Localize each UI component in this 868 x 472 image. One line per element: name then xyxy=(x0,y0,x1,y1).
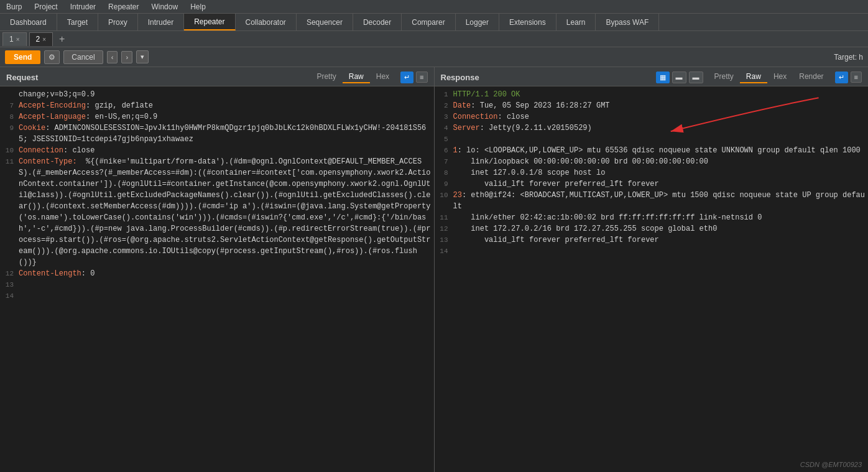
line-text: Connection: close xyxy=(453,111,869,123)
line-text: 23: eth0@if24: <BROADCAST,MULTICAST,UP,L… xyxy=(453,190,869,212)
line-number: 7 xyxy=(0,100,19,111)
line-number: 8 xyxy=(435,167,453,178)
tab-collaborator[interactable]: Collaborator xyxy=(236,14,297,30)
response-line: 11 link/ether 02:42:ac:1b:00:02 brd ff:f… xyxy=(435,212,869,223)
add-tab-button[interactable]: + xyxy=(55,34,68,45)
line-text: Content-Length: 0 xyxy=(19,268,434,279)
tab-target[interactable]: Target xyxy=(57,14,98,30)
next-button[interactable]: › xyxy=(121,51,132,63)
gear-button[interactable]: ⚙ xyxy=(44,50,60,64)
instance-tab-2-label: 2 xyxy=(36,35,40,44)
response-code-area[interactable]: 1HTTP/1.1 200 OK2Date: Tue, 05 Sep 2023 … xyxy=(435,86,869,472)
line-text: Accept-Encoding: gzip, deflate xyxy=(19,100,434,111)
response-tab-pretty[interactable]: Pretty xyxy=(708,71,740,83)
request-wrap-btn[interactable]: ↵ xyxy=(400,72,413,83)
instance-tab-1[interactable]: 1 × xyxy=(2,32,27,46)
menu-bar: Burp Project Intruder Repeater Window He… xyxy=(0,0,868,14)
line-text: Cookie: ADMINCONSOLESESSION=JpvJk11hy0HW… xyxy=(19,123,434,145)
request-tab-pretty[interactable]: Pretty xyxy=(310,71,342,83)
tab-logger[interactable]: Logger xyxy=(456,14,499,30)
tab-intruder[interactable]: Intruder xyxy=(138,14,184,30)
request-line: 7Accept-Encoding: gzip, deflate xyxy=(0,100,434,111)
tab-comparer[interactable]: Comparer xyxy=(402,14,455,30)
line-text: link/ether 02:42:ac:1b:00:02 brd ff:ff:f… xyxy=(453,212,869,223)
response-grid-btn[interactable]: ▦ xyxy=(656,72,670,83)
line-number xyxy=(0,89,19,90)
tab-bar: Dashboard Target Proxy Intruder Repeater… xyxy=(0,14,868,31)
line-text: inet 172.27.0.2/16 brd 172.27.255.255 sc… xyxy=(453,223,869,234)
response-line: 9 valid_lft forever preferred_lft foreve… xyxy=(435,178,869,190)
menu-intruder[interactable]: Intruder xyxy=(64,1,102,12)
request-line: 12Content-Length: 0 xyxy=(0,268,434,279)
response-panel-header: Response ▦ ▬ ▬ Pretty Raw Hex Render ↵ ≡ xyxy=(435,67,869,86)
response-line: 13 valid_lft forever preferred_lft forev… xyxy=(435,234,869,246)
response-wrap-btn[interactable]: ↵ xyxy=(835,72,848,83)
request-line: 11Content-Type: %{(#nike='multipart/form… xyxy=(0,156,434,268)
tab-dashboard[interactable]: Dashboard xyxy=(0,14,57,30)
prev-button[interactable]: ‹ xyxy=(107,51,118,63)
line-text: change;v=b3;q=0.9 xyxy=(19,89,434,100)
instance-tab-1-close[interactable]: × xyxy=(16,36,20,43)
line-text: Date: Tue, 05 Sep 2023 16:28:27 GMT xyxy=(453,100,869,111)
line-text: 1: lo: <LOOPBACK,UP,LOWER_UP> mtu 65536 … xyxy=(453,145,869,156)
menu-window[interactable]: Window xyxy=(145,1,184,12)
send-button[interactable]: Send xyxy=(5,50,40,64)
line-text: inet 127.0.0.1/8 scope host lo xyxy=(453,167,869,178)
tab-repeater[interactable]: Repeater xyxy=(184,14,235,30)
line-text: HTTP/1.1 200 OK xyxy=(453,89,869,100)
line-number: 14 xyxy=(0,290,19,302)
line-text: valid_lft forever preferred_lft forever xyxy=(453,178,869,190)
main-content: Request Pretty Raw Hex ↵ ≡ change;v=b3;q… xyxy=(0,67,868,472)
line-text: Accept-Language: en-US,en;q=0.9 xyxy=(19,111,434,123)
response-col2-btn[interactable]: ▬ xyxy=(689,72,703,83)
watermark: CSDN @EMT00923 xyxy=(800,461,862,468)
response-tab-render[interactable]: Render xyxy=(793,71,829,83)
instance-tab-2-close[interactable]: × xyxy=(42,36,46,43)
tab-decoder[interactable]: Decoder xyxy=(353,14,402,30)
line-number: 11 xyxy=(435,212,453,223)
tab-sequencer[interactable]: Sequencer xyxy=(297,14,353,30)
line-text: Connection: close xyxy=(19,145,434,156)
response-sub-tabs: Pretty Raw Hex Render xyxy=(708,71,830,83)
menu-burp[interactable]: Burp xyxy=(0,1,28,12)
response-line: 14 xyxy=(435,246,869,257)
line-number: 7 xyxy=(435,156,453,167)
line-text: valid_lft forever preferred_lft forever xyxy=(453,234,869,246)
line-number: 14 xyxy=(435,246,453,257)
response-panel-toolbar: ↵ ≡ xyxy=(835,72,862,83)
request-lines-btn[interactable]: ≡ xyxy=(416,72,427,83)
tab-proxy[interactable]: Proxy xyxy=(98,14,138,30)
nav-down-button[interactable]: ▾ xyxy=(136,50,149,63)
response-col-btn[interactable]: ▬ xyxy=(672,72,686,83)
line-number: 3 xyxy=(435,111,453,123)
request-code-area[interactable]: change;v=b3;q=0.97Accept-Encoding: gzip,… xyxy=(0,86,434,472)
cancel-button[interactable]: Cancel xyxy=(63,50,103,64)
tab-extensions[interactable]: Extensions xyxy=(499,14,556,30)
line-number: 12 xyxy=(435,223,453,234)
response-line: 12 inet 172.27.0.2/16 brd 172.27.255.255… xyxy=(435,223,869,234)
menu-help[interactable]: Help xyxy=(184,1,212,12)
instance-tab-2[interactable]: 2 × xyxy=(29,32,53,46)
response-line: 7 link/loopback 00:00:00:00:00:00 brd 00… xyxy=(435,156,869,167)
response-line: 3Connection: close xyxy=(435,111,869,123)
line-number: 9 xyxy=(0,123,19,134)
response-lines-btn[interactable]: ≡ xyxy=(851,72,862,83)
line-number: 13 xyxy=(435,234,453,246)
tab-bypass-waf[interactable]: Bypass WAF xyxy=(596,14,659,30)
tab-learn[interactable]: Learn xyxy=(556,14,596,30)
response-panel: Response ▦ ▬ ▬ Pretty Raw Hex Render ↵ ≡ xyxy=(435,67,869,472)
menu-project[interactable]: Project xyxy=(28,1,63,12)
request-panel: Request Pretty Raw Hex ↵ ≡ change;v=b3;q… xyxy=(0,67,435,472)
line-number: 10 xyxy=(435,190,453,201)
line-number: 11 xyxy=(0,156,19,167)
response-tab-hex[interactable]: Hex xyxy=(767,71,793,83)
menu-repeater[interactable]: Repeater xyxy=(102,1,145,12)
target-label: Target: h xyxy=(834,53,863,62)
request-tab-raw[interactable]: Raw xyxy=(343,71,370,83)
line-number: 12 xyxy=(0,268,19,279)
request-line: 13 xyxy=(0,279,434,290)
response-line: 61: lo: <LOOPBACK,UP,LOWER_UP> mtu 65536… xyxy=(435,145,869,156)
line-number: 5 xyxy=(435,134,453,145)
request-tab-hex[interactable]: Hex xyxy=(370,71,395,83)
response-tab-raw[interactable]: Raw xyxy=(740,71,767,83)
